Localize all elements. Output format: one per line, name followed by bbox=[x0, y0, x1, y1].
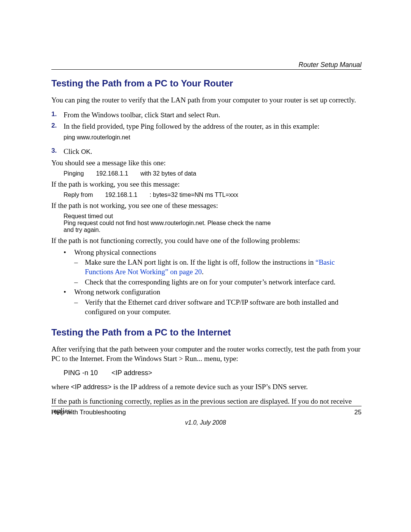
error-line-1: Request timed out bbox=[64, 213, 362, 220]
footer-row: Help with Troubleshooting 25 bbox=[51, 409, 362, 416]
section2-p1: After verifying that the path between yo… bbox=[51, 345, 362, 363]
step-number: 3. bbox=[51, 147, 64, 157]
ui-label-start: Start bbox=[161, 112, 174, 119]
page-content: Testing the Path from a PC to Your Route… bbox=[51, 78, 362, 421]
page-header-title: Router Setup Manual bbox=[299, 61, 362, 69]
code-line: Reply from 192.168.1.1 : bytes=32 time=N… bbox=[64, 192, 362, 198]
section1-intro: You can ping the router to verify that t… bbox=[51, 96, 362, 105]
ui-label-ok: OK bbox=[81, 148, 91, 155]
text: From the Windows toolbar, click bbox=[64, 111, 161, 119]
bullet-text: Wrong network configuration bbox=[74, 288, 160, 297]
step3-diag-intro: If the path is not functioning correctly… bbox=[51, 236, 362, 245]
header-rule bbox=[51, 69, 362, 70]
footer-page-number: 25 bbox=[354, 409, 362, 416]
text: where bbox=[51, 383, 71, 391]
step3-notworking-intro: If the path is not working, you see one … bbox=[51, 201, 362, 210]
step-2: 2. In the field provided, type Ping foll… bbox=[51, 122, 362, 144]
error-line-2: Ping request could not find host www.rou… bbox=[64, 220, 277, 233]
text: Make sure the LAN port light is on. If t… bbox=[85, 258, 315, 266]
dash-text: Make sure the LAN port light is on. If t… bbox=[85, 258, 362, 276]
ui-label-run: Run bbox=[206, 112, 218, 119]
text: . bbox=[218, 111, 220, 119]
step-body: In the field provided, type Ping followe… bbox=[64, 122, 362, 144]
text: . bbox=[202, 268, 204, 276]
text: In the field provided, type Ping followe… bbox=[64, 122, 362, 131]
bullet-icon: • bbox=[64, 248, 74, 257]
text: Click bbox=[64, 147, 81, 155]
step-body: From the Windows toolbar, click Start an… bbox=[64, 110, 362, 120]
step-number: 1. bbox=[51, 110, 64, 120]
bullet-item: • Wrong network configuration bbox=[64, 288, 362, 297]
section-heading-1: Testing the Path from a PC to Your Route… bbox=[51, 78, 362, 89]
dash-text: Check that the corresponding lights are … bbox=[85, 278, 336, 287]
step-3: 3. Click OK. bbox=[51, 147, 362, 157]
dash-icon: – bbox=[74, 278, 85, 287]
dash-icon: – bbox=[74, 298, 85, 316]
text: . bbox=[90, 147, 92, 155]
step-body: Click OK. bbox=[64, 147, 362, 157]
footer-chapter: Help with Troubleshooting bbox=[51, 409, 126, 416]
dash-item: – Check that the corresponding lights ar… bbox=[74, 278, 362, 287]
command-line: PING -n 10 <IP address> bbox=[64, 369, 362, 377]
text: is the IP address of a remote device suc… bbox=[112, 383, 308, 391]
code-line: ping www.routerlogin.net bbox=[64, 134, 362, 142]
footer-version: v1.0, July 2008 bbox=[0, 419, 411, 426]
bullet-item: • Wrong physical connections bbox=[64, 248, 362, 257]
bullet-icon: • bbox=[64, 288, 74, 297]
step3-msg-intro: You should see a message like this one: bbox=[51, 159, 362, 167]
step3-working-intro: If the path is working, you see this mes… bbox=[51, 180, 362, 189]
placeholder-ip: <IP address> bbox=[71, 383, 112, 391]
code-line: Pinging 192.168.1.1 with 32 bytes of dat… bbox=[64, 170, 362, 177]
section-heading-2: Testing the Path from a PC to the Intern… bbox=[51, 327, 362, 338]
bullet-text: Wrong physical connections bbox=[74, 248, 156, 257]
section2-p2: where <IP address> is the IP address of … bbox=[51, 382, 362, 392]
dash-item: – Make sure the LAN port light is on. If… bbox=[74, 258, 362, 276]
document-page: Router Setup Manual Testing the Path fro… bbox=[0, 0, 411, 532]
dash-item: – Verify that the Ethernet card driver s… bbox=[74, 298, 362, 316]
step-1: 1. From the Windows toolbar, click Start… bbox=[51, 110, 362, 120]
step-number: 2. bbox=[51, 122, 64, 144]
text: and select bbox=[174, 111, 207, 119]
footer-rule bbox=[51, 406, 362, 406]
dash-text: Verify that the Ethernet card driver sof… bbox=[85, 298, 362, 316]
dash-icon: – bbox=[74, 258, 85, 276]
